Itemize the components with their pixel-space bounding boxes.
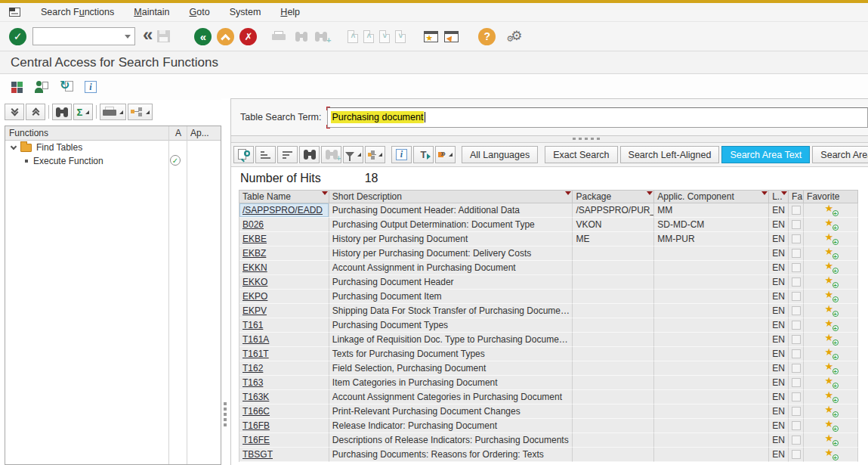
layout-settings-button[interactable]: ⚙⚙ (506, 28, 524, 45)
favorite-checkbox[interactable] (792, 220, 801, 229)
new-session-button[interactable]: ★ (424, 31, 438, 42)
table-name-cell[interactable]: /SAPPSPRO/EADD (239, 203, 329, 218)
package-cell[interactable] (573, 333, 654, 347)
table-name-link[interactable]: T16FB (242, 420, 270, 431)
package-cell[interactable] (573, 318, 654, 333)
next-page-button[interactable]: ˅ (379, 30, 390, 43)
filter-button[interactable] (343, 146, 363, 163)
package-cell[interactable] (573, 419, 654, 433)
table-name-link[interactable]: EKPV (242, 305, 267, 316)
table-name-link[interactable]: T161 (242, 320, 263, 330)
table-name-cell[interactable]: B026 (239, 218, 329, 232)
totals-button[interactable]: Σ (73, 104, 93, 120)
language-cell[interactable]: EN (769, 347, 789, 361)
language-cell[interactable]: EN (769, 261, 789, 275)
short-description-cell[interactable]: Shipping Data For Stock Transfer of Purc… (329, 304, 573, 318)
refine-search-button[interactable] (233, 146, 254, 163)
table-name-link[interactable]: EKBE (242, 234, 267, 244)
add-favorite-button[interactable]: ★+ (825, 277, 837, 287)
favorite-checkbox[interactable] (792, 249, 801, 258)
last-page-button[interactable]: ˅ (395, 30, 406, 43)
applic-component-cell[interactable] (654, 261, 769, 275)
short-description-cell[interactable]: Texts for Purchasing Document Types (329, 347, 573, 361)
table-name-link[interactable]: T161T (242, 349, 269, 359)
search-area-text-button[interactable]: Search Area Text (721, 146, 810, 163)
package-cell[interactable] (573, 405, 654, 419)
favorite-checkbox[interactable] (792, 407, 801, 416)
search-term-input[interactable]: Purchasing document (327, 107, 868, 128)
language-cell[interactable]: EN (769, 390, 789, 405)
applic-component-cell[interactable] (654, 361, 769, 376)
tree-column-a[interactable]: A (169, 126, 187, 140)
table-name-link[interactable]: T16FE (242, 435, 270, 445)
column-header[interactable]: Table Name (239, 191, 329, 203)
applic-component-cell[interactable] (654, 433, 769, 448)
add-favorite-button[interactable]: ★+ (825, 234, 837, 244)
favorite-checkbox[interactable] (792, 263, 801, 272)
language-cell[interactable]: EN (769, 304, 789, 318)
menu-help[interactable]: Help (270, 3, 310, 22)
short-description-cell[interactable]: Print-Relevant Purchasing Document Chang… (329, 405, 573, 419)
table-find-button[interactable] (299, 146, 320, 163)
favorite-checkbox[interactable] (792, 392, 801, 401)
favorite-checkbox[interactable] (792, 349, 801, 358)
table-name-link[interactable]: B026 (242, 219, 264, 230)
applic-component-cell[interactable] (654, 290, 769, 304)
short-description-cell[interactable]: History per Purchasing Document: Deliver… (329, 246, 573, 261)
language-cell[interactable]: EN (769, 376, 789, 390)
add-favorite-button[interactable]: ★+ (825, 334, 837, 345)
favorite-checkbox[interactable] (792, 321, 801, 330)
save-button[interactable] (157, 30, 170, 42)
table-name-link[interactable]: T163 (242, 377, 263, 388)
add-favorite-button[interactable]: ★+ (825, 262, 837, 273)
column-header[interactable]: L.. (769, 191, 789, 203)
tree-print-button[interactable] (100, 104, 126, 120)
table-name-cell[interactable]: T161T (239, 347, 329, 361)
short-description-cell[interactable]: Purchasing Document Header (329, 275, 573, 290)
short-description-cell[interactable]: Purchasing Document Types (329, 318, 573, 333)
add-favorite-button[interactable]: ★+ (825, 435, 837, 445)
export-button[interactable] (435, 146, 456, 163)
expand-all-button[interactable] (26, 104, 45, 120)
add-favorite-button[interactable]: ★+ (825, 449, 837, 460)
search-left-aligned-button[interactable]: Search Left-Aligned (620, 146, 720, 163)
package-cell[interactable]: /SAPPSPRO/PUR__… (573, 203, 654, 218)
hit-list-grid-icon[interactable] (11, 82, 23, 93)
splitter-grip[interactable] (224, 402, 227, 426)
favorite-checkbox[interactable] (792, 306, 801, 315)
favorite-checkbox[interactable] (792, 436, 801, 445)
table-name-cell[interactable]: T163K (239, 390, 329, 405)
favorite-checkbox[interactable] (792, 292, 801, 301)
splitter-grip[interactable] (573, 138, 600, 140)
add-favorite-button[interactable]: ★+ (825, 248, 837, 259)
system-menu-icon[interactable] (9, 8, 20, 17)
horizontal-splitter[interactable] (231, 136, 868, 142)
back-button[interactable]: « (194, 28, 212, 45)
table-name-cell[interactable]: T163 (239, 376, 329, 390)
language-cell[interactable]: EN (769, 333, 789, 347)
table-name-cell[interactable]: T16FE (239, 433, 329, 448)
table-name-cell[interactable]: T161 (239, 318, 329, 333)
tree-view-button[interactable] (128, 104, 153, 120)
tree-find-button[interactable] (52, 104, 72, 120)
applic-component-cell[interactable]: MM-PUR (654, 232, 769, 246)
table-name-cell[interactable]: TBSGT (239, 448, 329, 462)
add-favorite-button[interactable]: ★+ (825, 363, 837, 374)
user-settings-icon[interactable] (35, 81, 48, 93)
short-description-cell[interactable]: Field Selection, Purchasing Document (329, 361, 573, 376)
find-next-button[interactable]: + (314, 31, 328, 42)
menu-maintain[interactable]: Maintain (124, 3, 179, 22)
view-switch-button[interactable] (365, 146, 385, 163)
package-cell[interactable]: VKON (573, 218, 654, 232)
applic-component-cell[interactable]: SD-MD-CM (654, 218, 769, 232)
menu-goto[interactable]: Goto (180, 3, 220, 22)
language-cell[interactable]: EN (769, 419, 789, 433)
table-name-cell[interactable]: EKPO (239, 290, 329, 304)
add-favorite-button[interactable]: ★+ (825, 291, 837, 302)
previous-page-button[interactable]: ˄ (363, 30, 374, 43)
first-page-button[interactable]: ˄ (348, 30, 358, 43)
applic-component-cell[interactable] (654, 347, 769, 361)
favorite-checkbox[interactable] (792, 450, 801, 459)
package-cell[interactable]: ME (573, 232, 654, 246)
language-cell[interactable]: EN (769, 203, 789, 218)
